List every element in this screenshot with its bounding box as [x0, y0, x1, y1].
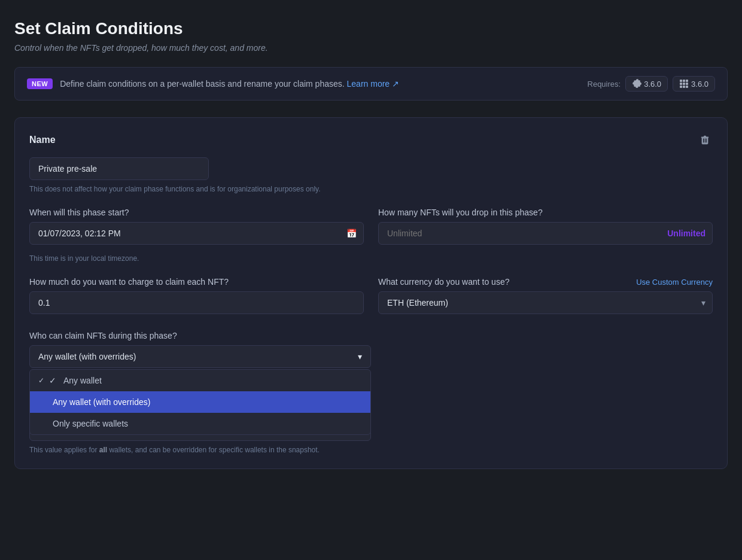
calendar-icon: 📅 — [346, 229, 357, 238]
banner-content: NEW Define claim conditions on a per-wal… — [27, 78, 399, 89]
who-claim-dropdown-menu: ✓ Any wallet Any wallet (with overrides)… — [29, 369, 371, 435]
datetime-wrapper: 📅 — [29, 222, 364, 245]
who-claim-section: Who can claim NFTs during this phase? An… — [29, 331, 713, 368]
version-badge-2: 3.6.0 — [673, 76, 715, 92]
learn-more-link[interactable]: Learn more ↗ — [347, 79, 399, 89]
nft-drop-wrapper: Unlimited — [378, 222, 713, 245]
charge-input[interactable] — [29, 291, 364, 314]
phase-start-group: When will this phase start? 📅 This time … — [29, 208, 364, 263]
phase-name-input[interactable] — [29, 157, 209, 180]
name-hint: This does not affect how your claim phas… — [29, 185, 713, 193]
selected-option-text: Any wallet (with overrides) — [38, 352, 136, 361]
who-claim-dropdown-trigger[interactable]: Any wallet (with overrides) ▾ — [29, 345, 371, 368]
card-header: Name — [29, 132, 713, 148]
checkmark-icon: ✓ — [49, 376, 59, 385]
grid-icon — [679, 79, 689, 89]
nft-drop-label: How many NFTs will you drop in this phas… — [378, 208, 713, 217]
currency-label: What currency do you want to use? — [378, 277, 509, 287]
option-any-wallet-overrides[interactable]: Any wallet (with overrides) — [30, 391, 370, 413]
charge-label: How much do you want to charge to claim … — [29, 277, 364, 287]
page-subtitle: Control when the NFTs get dropped, how m… — [14, 43, 728, 53]
nft-drop-input[interactable] — [378, 222, 713, 245]
currency-select[interactable]: ETH (Ethereum) USDC DAI MATIC — [378, 291, 713, 314]
new-badge: NEW — [27, 78, 53, 89]
page-title: Set Claim Conditions — [14, 19, 728, 38]
phase-start-input[interactable] — [29, 222, 364, 245]
chevron-down-icon: ▾ — [358, 352, 362, 361]
card-title: Name — [29, 135, 56, 145]
row-start-nft: When will this phase start? 📅 This time … — [29, 208, 713, 263]
nft-drop-group: How many NFTs will you drop in this phas… — [378, 208, 713, 263]
trash-icon — [700, 135, 710, 145]
option-any-wallet[interactable]: ✓ Any wallet — [30, 370, 370, 391]
banner-text: Define claim conditions on a per-wallet … — [60, 79, 399, 89]
currency-group: What currency do you want to use? Use Cu… — [378, 277, 713, 314]
who-claim-dropdown-container: Any wallet (with overrides) ▾ ✓ Any wall… — [29, 345, 371, 368]
delete-button[interactable] — [697, 132, 713, 148]
requires-label: Requires: — [588, 80, 621, 89]
who-claim-label: Who can claim NFTs during this phase? — [29, 331, 713, 340]
version-badge-1: 3.6.0 — [625, 76, 668, 92]
charge-group: How much do you want to charge to claim … — [29, 277, 364, 314]
use-custom-currency-link[interactable]: Use Custom Currency — [636, 278, 713, 287]
currency-label-row: What currency do you want to use? Use Cu… — [378, 277, 713, 287]
currency-select-wrapper: ETH (Ethereum) USDC DAI MATIC — [378, 291, 713, 314]
requires-section: Requires: 3.6.0 3.6.0 — [588, 76, 715, 92]
phase-start-hint: This time is in your local timezone. — [29, 254, 364, 263]
info-banner: NEW Define claim conditions on a per-wal… — [14, 67, 728, 101]
per-wallet-hint: This value applies for all wallets, and … — [29, 446, 713, 454]
claim-conditions-card: Name This does not affect how your claim… — [14, 117, 728, 469]
gear-icon — [632, 79, 641, 89]
option-specific-wallets[interactable]: Only specific wallets — [30, 413, 370, 434]
row-charge-currency: How much do you want to charge to claim … — [29, 277, 713, 314]
phase-start-label: When will this phase start? — [29, 208, 364, 217]
